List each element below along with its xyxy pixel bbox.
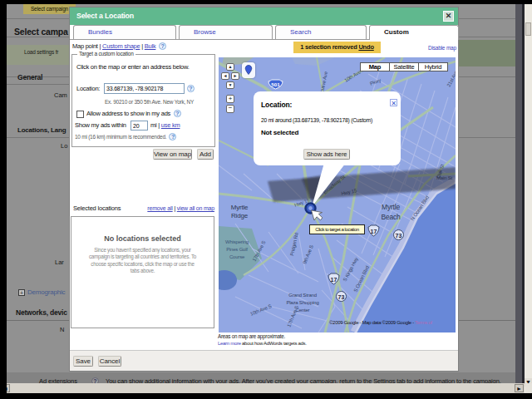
svg-text:73: 73 (338, 294, 345, 300)
svg-text:17: 17 (331, 277, 337, 283)
svg-text:Plaza Shopping: Plaza Shopping (286, 300, 318, 305)
svg-text:Center: Center (296, 308, 310, 313)
svg-text:501: 501 (271, 81, 280, 87)
svg-text:Whispering: Whispering (225, 239, 249, 244)
svg-text:Grand Strand: Grand Strand (288, 293, 317, 298)
svg-text:Ridge: Ridge (231, 212, 249, 219)
svg-text:Course: Course (229, 254, 245, 259)
svg-text:Myrtle: Myrtle (382, 203, 400, 211)
svg-text:Beach: Beach (381, 213, 401, 221)
svg-text:Pines Golf: Pines Golf (226, 247, 248, 252)
svg-text:Myrtle: Myrtle (231, 204, 249, 211)
svg-text:73: 73 (396, 233, 402, 239)
svg-text:17: 17 (371, 229, 377, 234)
